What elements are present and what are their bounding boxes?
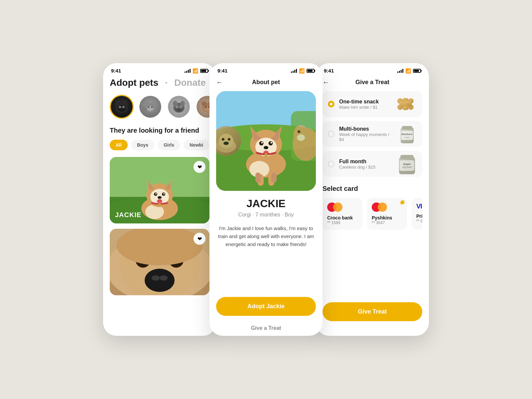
status-icons-2: 📶 — [291, 68, 315, 73]
battery-icon-2 — [307, 69, 315, 73]
treat-info-multi: Multi-bones Week of happy moments / $4 — [339, 126, 392, 142]
give-treat-button-3[interactable]: Give Treat — [323, 302, 422, 321]
svg-point-79 — [269, 141, 273, 146]
bottom-action: Give Treat — [323, 302, 422, 336]
phone-3-treat: 9:41 📶 ← Give a Treat — [316, 63, 429, 336]
bank-name-croco: Croco bank — [327, 215, 358, 220]
filter-girls[interactable]: Girls — [158, 140, 180, 150]
svg-point-29 — [205, 106, 207, 108]
svg-point-81 — [271, 142, 272, 144]
svg-point-17 — [173, 101, 178, 107]
svg-text:treats: treats — [404, 136, 409, 138]
svg-point-18 — [180, 101, 185, 107]
wifi-icon-1: 📶 — [193, 68, 198, 73]
svg-point-43 — [155, 193, 157, 195]
treat-desc-multi: Week of happy moments / $4 — [339, 132, 392, 142]
bank-card-privat[interactable]: VISA Privat ** 9633 — [412, 198, 422, 230]
svg-rect-107 — [402, 126, 412, 129]
svg-point-22 — [177, 106, 178, 108]
svg-point-46 — [157, 199, 162, 203]
treat-img-bag-small: Bimbom treats — [397, 126, 417, 142]
svg-point-11 — [147, 106, 154, 111]
treat-options: One-time snack Make him smile / $1 — [323, 91, 422, 177]
treat-radio-fullmonth — [328, 161, 334, 167]
filter-newbi[interactable]: Newbi — [184, 140, 209, 150]
cards-row: Croco bank ** 1589 Pyshkins ** 3047 VISA — [323, 198, 422, 230]
heart-btn-jackie[interactable]: ❤ — [194, 161, 205, 173]
back-btn-3[interactable]: ← — [323, 78, 329, 86]
filter-boys[interactable]: Boys — [131, 140, 154, 150]
svg-point-24 — [178, 109, 180, 111]
svg-point-47 — [158, 203, 161, 206]
bank-card-croco[interactable]: Croco bank ** 1589 — [323, 198, 362, 230]
status-icons-3: 📶 — [397, 68, 421, 73]
treat-option-multi[interactable]: Multi-bones Week of happy moments / $4 — [323, 121, 422, 147]
svg-rect-111 — [401, 141, 413, 143]
give-treat-button-2[interactable]: Give a Treat — [216, 321, 316, 336]
battery-icon-3 — [413, 69, 421, 73]
bank-card-pyshkins[interactable]: Pyshkins ** 3047 — [367, 198, 407, 230]
treat-desc-onetime: Make him smile / $1 — [339, 105, 392, 110]
treat-radio-onetime — [328, 101, 334, 107]
status-time-3: 9:41 — [324, 68, 334, 73]
svg-text:Super: Super — [403, 163, 411, 166]
pet-circle-1[interactable] — [138, 95, 162, 119]
signal-icon-3 — [397, 69, 403, 73]
svg-point-45 — [158, 196, 162, 199]
treat-img-bone — [397, 96, 417, 112]
treat-info-onetime: One-time snack Make him smile / $1 — [339, 99, 392, 110]
phone-2-about: 9:41 📶 ← About pet — [209, 63, 323, 336]
nav-header-3: ← Give a Treat — [323, 76, 422, 91]
svg-point-92 — [298, 130, 300, 133]
signal-icon-1 — [185, 69, 191, 73]
nav-header-2: ← About pet — [216, 76, 316, 91]
spacer — [323, 240, 422, 302]
phones-container: 9:41 📶 Adopt pets · Donate — [103, 63, 429, 336]
treat-radio-multi — [328, 131, 334, 137]
phone3-content: ← Give a Treat One-time snack Make him s… — [316, 76, 429, 336]
heart-btn-golden[interactable]: ❤ — [194, 233, 205, 245]
treat-option-fullmonth[interactable]: Full month Careless dog / $15 — [323, 151, 422, 177]
adopt-button[interactable]: Adopt Jackie — [216, 297, 316, 316]
back-btn-2[interactable]: ← — [216, 78, 223, 86]
wifi-icon-3: 📶 — [405, 68, 411, 73]
svg-point-80 — [261, 142, 263, 144]
treat-name-multi: Multi-bones — [339, 126, 392, 132]
svg-point-23 — [180, 106, 181, 108]
page-header-1: Adopt pets · Donate — [110, 76, 209, 88]
pet-circle-2[interactable] — [167, 95, 191, 119]
pet-card-jackie[interactable]: ❤ JACKIE — [110, 157, 209, 223]
bank-name-pyshkins: Pyshkins — [372, 215, 402, 220]
treat-img-bag-large: Super dog food — [397, 156, 417, 172]
svg-rect-114 — [400, 160, 414, 171]
pet-photo-jackie — [216, 91, 316, 191]
donate-title[interactable]: Donate — [174, 77, 206, 88]
svg-point-52 — [145, 269, 175, 292]
treat-info-fullmonth: Full month Careless dog / $15 — [339, 159, 392, 170]
mastercard-logo-croco — [327, 202, 358, 212]
svg-point-26 — [201, 101, 207, 106]
pet-circle-0[interactable] — [110, 95, 134, 119]
wifi-icon-2: 📶 — [299, 68, 305, 73]
pet-description: I'm Jackie and I love fun walks, I'm eas… — [216, 224, 316, 248]
treat-option-onetime[interactable]: One-time snack Make him smile / $1 — [323, 91, 422, 117]
section-title-1: They are looking for a friend — [110, 127, 209, 134]
status-time-2: 9:41 — [217, 68, 227, 73]
visa-logo: VISA — [416, 202, 422, 210]
pet-details: Corgi · 7 monthes · Boy — [216, 212, 316, 218]
svg-rect-113 — [400, 155, 414, 159]
filter-all[interactable]: All — [110, 140, 128, 150]
svg-point-15 — [151, 106, 153, 108]
svg-point-84 — [264, 153, 268, 157]
svg-point-54 — [160, 275, 168, 281]
action-buttons: Adopt Jackie Give a Treat — [216, 297, 316, 336]
nav-title-3: Give a Treat — [355, 79, 389, 86]
phone2-content: ← About pet — [209, 76, 323, 336]
mastercard-logo-pyshkins — [372, 202, 402, 212]
phone1-content: Adopt pets · Donate — [103, 76, 216, 336]
svg-marker-10 — [152, 100, 155, 104]
pet-card-golden[interactable]: ❤ — [110, 229, 209, 295]
svg-text:dog food: dog food — [402, 166, 411, 169]
svg-point-63 — [219, 134, 233, 148]
adopt-title[interactable]: Adopt pets — [110, 77, 158, 88]
